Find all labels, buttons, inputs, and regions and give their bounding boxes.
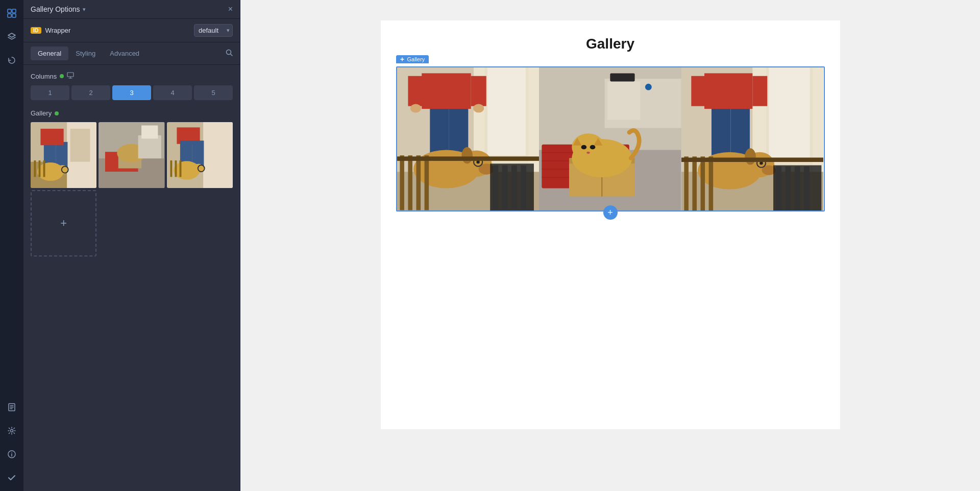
svg-rect-72 <box>397 156 540 161</box>
svg-point-8 <box>11 430 13 432</box>
svg-line-13 <box>231 54 233 56</box>
gallery-image-3[interactable] <box>681 67 824 211</box>
columns-responsive-dot <box>60 74 64 78</box>
svg-rect-110 <box>752 76 767 106</box>
panel-title-chevron: ▾ <box>83 6 86 13</box>
tab-general[interactable]: General <box>31 46 68 60</box>
wrapper-badge: ID <box>31 27 41 34</box>
gallery-block-wrapper: Gallery <box>396 66 825 212</box>
gallery-section-label: Gallery <box>31 109 233 117</box>
gallery-options-panel: Gallery Options ▾ × ID Wrapper default c… <box>23 0 240 491</box>
svg-point-60 <box>410 104 421 112</box>
columns-grid: 1 2 3 4 5 <box>31 85 233 100</box>
svg-rect-29 <box>43 160 45 177</box>
column-2-button[interactable]: 2 <box>71 85 110 100</box>
columns-section-label: Columns <box>31 72 233 80</box>
svg-rect-76 <box>511 165 517 209</box>
check-icon[interactable] <box>5 471 19 485</box>
svg-rect-3 <box>12 14 16 17</box>
svg-rect-1 <box>12 9 16 13</box>
gallery-thumb-2[interactable] <box>99 122 164 188</box>
panel-title-text: Gallery Options <box>31 5 80 13</box>
info-icon[interactable] <box>5 447 19 461</box>
gallery-image-1[interactable] <box>397 67 540 211</box>
svg-rect-28 <box>39 160 41 177</box>
svg-point-83 <box>645 84 652 90</box>
add-section-button[interactable]: + <box>603 205 618 220</box>
gallery-thumb-1[interactable] <box>31 122 96 188</box>
customize-icon[interactable] <box>5 424 19 438</box>
svg-rect-14 <box>67 73 74 77</box>
column-1-button[interactable]: 1 <box>31 85 69 100</box>
page-area: Gallery Gallery <box>381 20 840 429</box>
svg-rect-69 <box>408 155 412 210</box>
svg-rect-59 <box>471 76 486 106</box>
svg-rect-74 <box>493 165 498 209</box>
svg-point-93 <box>572 133 604 161</box>
layout-icon[interactable] <box>5 6 19 20</box>
svg-rect-20 <box>70 129 90 162</box>
wrapper-select[interactable]: default custom <box>194 24 233 37</box>
gallery-page-title: Gallery <box>396 36 825 52</box>
svg-rect-2 <box>8 14 11 17</box>
svg-rect-70 <box>416 155 421 210</box>
panel-title[interactable]: Gallery Options ▾ <box>31 5 86 13</box>
svg-rect-27 <box>34 160 36 177</box>
svg-rect-47 <box>179 160 181 177</box>
gallery-add-button[interactable]: + <box>31 190 96 256</box>
svg-point-97 <box>590 145 596 150</box>
history-icon[interactable] <box>5 53 19 67</box>
wrapper-select-wrapper: default custom <box>194 24 233 37</box>
svg-rect-108 <box>704 73 752 109</box>
svg-rect-0 <box>8 9 11 13</box>
svg-rect-124 <box>785 167 791 211</box>
svg-rect-36 <box>141 125 158 138</box>
gallery-label-badge[interactable]: Gallery <box>396 55 429 63</box>
tab-advanced[interactable]: Advanced <box>103 46 146 60</box>
wrapper-label: Wrapper <box>45 27 190 34</box>
svg-rect-121 <box>681 157 824 162</box>
wrapper-row: ID Wrapper default custom <box>23 19 240 42</box>
svg-rect-82 <box>610 73 634 81</box>
svg-rect-57 <box>422 73 471 109</box>
gallery-images-grid <box>397 67 824 211</box>
column-3-button[interactable]: 3 <box>112 85 151 100</box>
column-5-button[interactable]: 5 <box>194 85 233 100</box>
svg-rect-120 <box>708 156 713 211</box>
tabs-row: General Styling Advanced <box>23 42 240 65</box>
svg-point-116 <box>745 148 755 165</box>
svg-rect-117 <box>684 156 689 211</box>
tab-styling[interactable]: Styling <box>68 46 103 60</box>
panel-header: Gallery Options ▾ × <box>23 0 240 19</box>
svg-point-98 <box>586 152 590 154</box>
svg-rect-75 <box>502 165 507 209</box>
svg-point-96 <box>581 145 587 150</box>
svg-point-61 <box>473 104 483 112</box>
main-content: Gallery Gallery <box>240 0 980 491</box>
gallery-responsive-dot <box>55 111 59 115</box>
svg-rect-51 <box>487 68 525 155</box>
panel-close-button[interactable]: × <box>228 5 233 13</box>
gallery-thumb-3[interactable] <box>167 122 233 188</box>
gallery-image-2[interactable] <box>539 67 681 211</box>
svg-rect-68 <box>400 155 404 210</box>
column-4-button[interactable]: 4 <box>153 85 192 100</box>
page-icon[interactable] <box>5 400 19 414</box>
svg-rect-71 <box>424 155 429 210</box>
svg-rect-58 <box>408 76 423 106</box>
icon-bar <box>0 0 23 491</box>
gallery-add-row: + <box>31 190 233 256</box>
svg-rect-123 <box>776 167 781 211</box>
panel-content: Columns 1 2 3 4 5 Gallery <box>23 65 240 491</box>
svg-rect-45 <box>170 160 172 177</box>
svg-rect-46 <box>175 160 177 177</box>
tab-search-button[interactable] <box>226 49 233 58</box>
svg-rect-119 <box>700 156 705 211</box>
svg-rect-118 <box>692 156 697 211</box>
svg-rect-38 <box>203 122 233 188</box>
svg-rect-23 <box>40 129 63 145</box>
svg-rect-125 <box>795 167 800 211</box>
layers-icon[interactable] <box>5 30 19 44</box>
svg-rect-77 <box>521 165 526 209</box>
svg-point-67 <box>461 147 472 163</box>
